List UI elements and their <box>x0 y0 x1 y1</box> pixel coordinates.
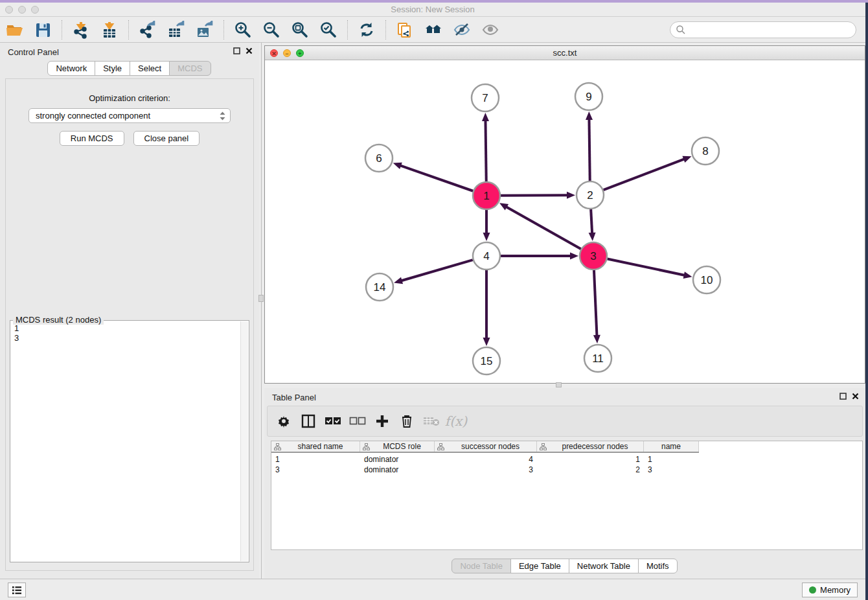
save-session-icon[interactable] <box>32 19 54 41</box>
task-history-button[interactable] <box>8 583 26 597</box>
close-panel-icon[interactable] <box>246 47 253 54</box>
graph-edge-2-3[interactable] <box>591 209 592 234</box>
cell-name[interactable]: 3 <box>644 465 699 475</box>
column-header-shared-name[interactable]: shared name <box>271 441 360 452</box>
edge-arrowhead <box>567 192 575 199</box>
deselect-all-icon[interactable] <box>348 411 367 431</box>
column-header-successor-nodes[interactable]: successor nodes <box>435 441 537 452</box>
toolbar-separator <box>223 20 224 40</box>
column-header-name[interactable]: name <box>644 441 699 452</box>
splitter-handle[interactable] <box>258 295 264 302</box>
node-label-10: 10 <box>701 274 713 286</box>
node-label-4: 4 <box>483 250 489 262</box>
node-label-11: 11 <box>592 352 604 365</box>
tab-network-table[interactable]: Network Table <box>569 559 639 573</box>
graph-edge-1-2[interactable] <box>501 195 568 196</box>
cell-MCDS-role[interactable]: dominator <box>360 454 435 465</box>
control-panel-header: Control Panel <box>0 43 259 61</box>
float-panel-icon[interactable] <box>233 47 240 54</box>
mcds-panel: Optimization criterion: strongly connect… <box>5 78 254 571</box>
edge-arrowhead <box>393 163 402 169</box>
node-label-7: 7 <box>482 92 488 104</box>
tab-node-table[interactable]: Node Table <box>451 559 511 573</box>
table-settings-icon[interactable] <box>274 411 293 431</box>
network-canvas[interactable]: 7968124314101511 <box>265 60 865 383</box>
run-mcds-button[interactable]: Run MCDS <box>60 131 124 146</box>
tab-network[interactable]: Network <box>47 61 95 76</box>
split-columns-icon[interactable] <box>299 411 318 431</box>
zoom-selected-icon[interactable] <box>317 19 339 41</box>
tab-mcds[interactable]: MCDS <box>169 61 211 76</box>
search-icon <box>676 25 686 35</box>
main-toolbar <box>0 17 865 43</box>
tab-select[interactable]: Select <box>130 61 170 76</box>
export-table-icon[interactable] <box>165 19 187 41</box>
graph: 7968124314101511 <box>265 60 865 383</box>
search-input[interactable] <box>686 25 841 35</box>
zoom-in-icon[interactable] <box>232 19 254 41</box>
dropdown-stepper-icon <box>218 111 227 121</box>
import-network-icon[interactable] <box>70 19 92 41</box>
zoom-fit-icon[interactable] <box>289 19 311 41</box>
cell-predecessor-nodes[interactable]: 1 <box>537 454 644 465</box>
graph-edge-3-1[interactable] <box>506 207 581 249</box>
memory-status-icon <box>809 586 816 594</box>
cell-predecessor-nodes[interactable]: 2 <box>537 465 644 475</box>
graph-edge-3-11[interactable] <box>594 270 597 336</box>
cell-successor-nodes[interactable]: 4 <box>435 454 537 465</box>
close-panel-button[interactable]: Close panel <box>133 131 200 146</box>
result-scrollbar[interactable] <box>240 321 248 561</box>
table-row[interactable]: 3dominator323 <box>271 465 699 475</box>
mcds-result-box: MCDS result (2 nodes) 1 3 <box>10 320 249 562</box>
criterion-dropdown[interactable]: strongly connected component <box>29 108 231 123</box>
hide-selected-icon[interactable] <box>451 19 473 41</box>
memory-button[interactable]: Memory <box>802 583 858 597</box>
graph-edge-1-7[interactable] <box>485 120 486 181</box>
float-panel-icon[interactable] <box>839 393 847 400</box>
graph-edge-3-10[interactable] <box>608 259 685 275</box>
select-all-icon[interactable] <box>323 411 343 431</box>
list-icon <box>12 586 22 595</box>
graph-edge-2-9[interactable] <box>589 119 589 181</box>
tab-style[interactable]: Style <box>95 61 130 76</box>
first-neighbors-icon[interactable] <box>422 19 444 41</box>
vertical-splitter[interactable] <box>261 43 262 581</box>
table-panel-header: Table Panel <box>264 388 865 406</box>
close-panel-icon[interactable] <box>852 393 859 400</box>
node-label-8: 8 <box>702 145 708 157</box>
copy-network-icon[interactable] <box>394 19 416 41</box>
table-header-row: shared nameMCDS rolesuccessor nodesprede… <box>271 441 699 453</box>
table-toolbar: f(x) <box>267 406 863 437</box>
tab-motifs[interactable]: Motifs <box>638 559 678 573</box>
zoom-out-icon[interactable] <box>260 19 282 41</box>
show-all-icon[interactable] <box>479 19 501 41</box>
cell-MCDS-role[interactable]: dominator <box>360 465 435 475</box>
export-network-icon[interactable] <box>137 19 159 41</box>
add-row-icon[interactable] <box>372 411 392 431</box>
splitter-handle[interactable] <box>556 382 562 387</box>
node-table[interactable]: shared nameMCDS rolesuccessor nodesprede… <box>271 441 863 550</box>
cell-shared-name[interactable]: 3 <box>271 465 360 475</box>
delete-row-icon[interactable] <box>397 411 417 431</box>
edge-arrowhead <box>570 253 578 260</box>
cell-successor-nodes[interactable]: 3 <box>435 465 537 475</box>
graph-edge-2-8[interactable] <box>604 159 685 190</box>
table-panel: Table Panel <box>264 388 865 579</box>
refresh-icon[interactable] <box>356 19 378 41</box>
graph-edge-4-14[interactable] <box>401 260 473 281</box>
tab-edge-table[interactable]: Edge Table <box>510 559 569 573</box>
column-header-MCDS-role[interactable]: MCDS role <box>360 441 435 452</box>
toolbar-separator <box>128 20 129 40</box>
cell-name[interactable]: 1 <box>644 454 699 465</box>
graph-edge-1-6[interactable] <box>400 165 473 191</box>
search-field[interactable] <box>670 21 856 38</box>
export-image-icon[interactable] <box>194 19 216 41</box>
delete-table-icon <box>422 411 441 431</box>
column-header-predecessor-nodes[interactable]: predecessor nodes <box>537 441 644 452</box>
cell-shared-name[interactable]: 1 <box>271 454 360 465</box>
open-session-icon[interactable] <box>3 19 25 41</box>
table-row[interactable]: 1dominator411 <box>271 454 699 465</box>
control-panel: Control Panel NetworkStyleSelectMCDS Opt… <box>0 43 259 581</box>
edge-arrowhead <box>483 233 490 241</box>
import-table-icon[interactable] <box>98 19 120 41</box>
